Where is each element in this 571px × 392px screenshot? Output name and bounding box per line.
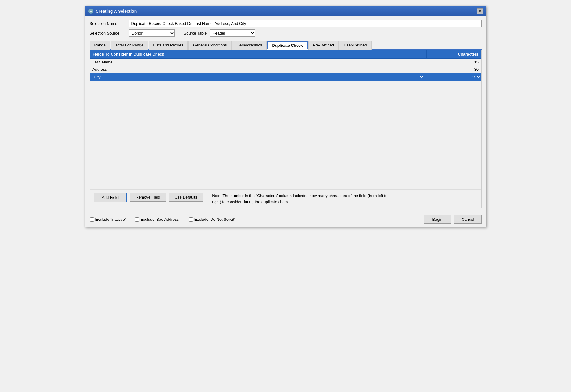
city-field-dropdown[interactable]: City (92, 74, 424, 80)
tab-demographics[interactable]: Demographics (232, 41, 267, 50)
table-row[interactable]: Last_Name 15 (90, 59, 481, 66)
exclude-inactive-checkbox[interactable] (90, 217, 94, 222)
title-bar-left: ✦ Creating A Selection (88, 9, 137, 14)
table-row[interactable]: Address 30 (90, 66, 481, 73)
exclude-inactive-checkbox-item: Exclude 'Inactive' (90, 217, 126, 222)
field-cell-last-name: Last_Name (90, 59, 426, 66)
tab-general-conditions[interactable]: General Conditions (188, 41, 231, 50)
footer-row: Exclude 'Inactive' Exclude 'Bad Address'… (85, 212, 486, 227)
selection-name-row: Selection Name (90, 20, 482, 27)
exclude-do-not-solicit-checkbox[interactable] (189, 217, 193, 222)
table-body: Last_Name 15 Address 30 City (90, 59, 481, 81)
col-field-header: Fields To Consider In Duplicate Check (90, 50, 426, 59)
city-chars-dropdown[interactable]: 15 (426, 74, 481, 80)
tab-duplicate-check[interactable]: Duplicate Check (267, 41, 308, 50)
tab-total-for-range[interactable]: Total For Range (111, 41, 148, 50)
tabs-bar: Range Total For Range Lists and Profiles… (90, 40, 482, 50)
field-cell-city: City (90, 73, 426, 81)
col-chars-header: Characters (426, 50, 481, 59)
table-scroll-area[interactable]: Fields To Consider In Duplicate Check Ch… (90, 50, 481, 189)
tab-lists-and-profiles[interactable]: Lists and Profiles (149, 41, 188, 50)
selection-name-input[interactable] (129, 20, 482, 27)
cancel-button[interactable]: Cancel (454, 215, 481, 224)
selection-source-select[interactable]: Donor (129, 29, 175, 37)
selection-source-row: Selection Source Donor Source Table Head… (90, 29, 482, 37)
duplicate-check-tab-content: Fields To Consider In Duplicate Check Ch… (90, 50, 482, 208)
exclude-inactive-label: Exclude 'Inactive' (95, 217, 126, 222)
exclude-bad-address-checkbox-item: Exclude 'Bad Address' (135, 217, 180, 222)
exclude-do-not-solicit-label: Exclude 'Do Not Solicit' (194, 217, 235, 222)
exclude-bad-address-label: Exclude 'Bad Address' (140, 217, 180, 222)
add-field-button[interactable]: Add Field (94, 193, 127, 202)
content-area: Selection Name Selection Source Donor So… (85, 16, 486, 212)
source-table-select[interactable]: Header (210, 29, 255, 37)
remove-field-button[interactable]: Remove Field (130, 193, 166, 202)
note-text: Note: The number in the "Characters" col… (212, 193, 394, 205)
window-title: Creating A Selection (96, 9, 137, 14)
chars-cell-address: 30 (426, 66, 481, 73)
tab-pre-defined[interactable]: Pre-Defined (308, 41, 339, 50)
footer-buttons: Begin Cancel (424, 215, 481, 224)
table-header-row: Fields To Consider In Duplicate Check Ch… (90, 50, 481, 59)
source-table-label: Source Table (184, 31, 207, 36)
tab-range[interactable]: Range (90, 41, 110, 50)
selection-source-label: Selection Source (90, 31, 126, 36)
chars-cell-city: 15 (426, 73, 481, 81)
begin-button[interactable]: Begin (424, 215, 451, 224)
close-button[interactable]: ✕ (477, 8, 483, 14)
field-cell-address: Address (90, 66, 426, 73)
exclude-bad-address-checkbox[interactable] (135, 217, 139, 222)
action-row: Add Field Remove Field Use Defaults Note… (90, 189, 481, 208)
tab-user-defined[interactable]: User-Defined (339, 41, 372, 50)
table-row-selected[interactable]: City 15 (90, 73, 481, 81)
chars-cell-last-name: 15 (426, 59, 481, 66)
title-bar: ✦ Creating A Selection ✕ (85, 6, 486, 16)
app-icon: ✦ (88, 9, 93, 14)
main-window: ✦ Creating A Selection ✕ Selection Name … (85, 6, 486, 227)
use-defaults-button[interactable]: Use Defaults (169, 193, 203, 202)
fields-table: Fields To Consider In Duplicate Check Ch… (90, 50, 481, 81)
selection-name-label: Selection Name (90, 21, 126, 26)
exclude-do-not-solicit-checkbox-item: Exclude 'Do Not Solicit' (189, 217, 235, 222)
